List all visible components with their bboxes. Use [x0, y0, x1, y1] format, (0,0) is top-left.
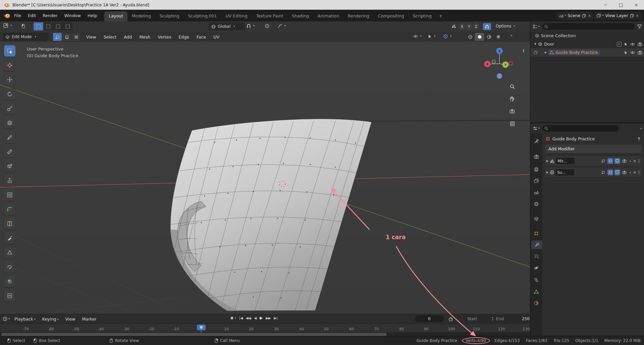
options-dropdown[interactable]: Options: [496, 24, 515, 28]
expand-open-icon[interactable]: ▼: [534, 43, 536, 46]
exclude-checkbox[interactable]: ✓: [617, 42, 622, 47]
close-button[interactable]: ×: [629, 0, 644, 10]
shading-options-dropdown[interactable]: [510, 34, 512, 38]
select-tweak-mode-button[interactable]: [63, 22, 72, 30]
editor-type-button[interactable]: [3, 23, 12, 28]
timeline-menu-playback[interactable]: Playback: [11, 316, 39, 323]
modifier-delete-button[interactable]: ×: [633, 170, 636, 175]
expand-closed-icon[interactable]: ▶: [545, 51, 547, 54]
timeline-menu-view[interactable]: View: [62, 316, 79, 323]
modifier-on-cage-toggle[interactable]: [600, 169, 606, 175]
menu-edge[interactable]: Edge: [175, 33, 193, 41]
current-frame-field[interactable]: 0: [415, 315, 444, 322]
selectable-arrow-icon[interactable]: [624, 42, 628, 46]
object-name-label[interactable]: Guide Body Practice: [555, 50, 598, 55]
view-layer-name[interactable]: View Layer: [605, 13, 628, 18]
timeline-menu-marker[interactable]: Marker: [79, 316, 100, 323]
sidebar-collapse-arrow[interactable]: ❮: [522, 49, 525, 52]
viewport-3d[interactable]: User Perspective (0) Guide Body Practice: [0, 42, 530, 314]
modifier-extras-dropdown[interactable]: [629, 159, 631, 163]
modifier-realtime-toggle[interactable]: [614, 158, 620, 164]
props-tab-modifiers[interactable]: [531, 240, 542, 249]
add-modifier-button[interactable]: Add Modifier: [545, 145, 642, 153]
new-view-layer-icon[interactable]: [630, 14, 634, 18]
hide-eye-icon[interactable]: [630, 43, 635, 46]
modifier-render-toggle[interactable]: [622, 169, 627, 175]
outliner-display-mode-button[interactable]: [533, 24, 540, 29]
render-camera-icon[interactable]: [638, 42, 642, 46]
remove-view-layer-icon[interactable]: ×: [636, 13, 639, 18]
menu-window[interactable]: Window: [61, 12, 84, 19]
workspace-tab-animation[interactable]: Animation: [313, 11, 343, 21]
next-keyframe-button[interactable]: ▶▶: [266, 316, 271, 320]
gizmo-y-negative[interactable]: [492, 60, 495, 63]
drag-grip-icon[interactable]: [638, 170, 640, 175]
props-tab-output[interactable]: [530, 165, 542, 174]
new-scene-icon[interactable]: [582, 14, 586, 18]
menu-file[interactable]: File: [11, 12, 24, 19]
timeline-scrollbar-thumb[interactable]: [1, 333, 387, 336]
expand-closed-icon[interactable]: ▶: [546, 159, 548, 162]
props-tab-view-layer[interactable]: [530, 177, 542, 185]
breadcrumb-object-name[interactable]: Guide Body Practice: [552, 136, 595, 141]
modifier-realtime-toggle[interactable]: [614, 169, 620, 175]
tweak-tool-icon[interactable]: [21, 24, 25, 28]
navigation-gizmo[interactable]: Z X Y: [483, 47, 516, 80]
face-select-button[interactable]: [72, 33, 80, 41]
timeline-menu-keying[interactable]: Keying: [39, 316, 62, 323]
menu-uv[interactable]: UV: [210, 33, 223, 41]
jump-to-start-button[interactable]: |◀: [239, 316, 243, 320]
proportional-editing-icon[interactable]: [265, 24, 269, 28]
modifier-extras-dropdown[interactable]: [629, 170, 631, 175]
tool-add-cube-button[interactable]: [4, 160, 15, 172]
tool-transform-button[interactable]: [4, 117, 15, 129]
active-object-pill[interactable]: Guide Body Practice: [548, 50, 600, 55]
mesh-symmetry-icon[interactable]: [451, 24, 456, 28]
menu-face[interactable]: Face: [193, 33, 210, 41]
proportional-falloff-icon[interactable]: [278, 24, 286, 28]
timeline-ruler[interactable]: -70 -60 -50 -40 -30 -20 -10 0 10 20 30 4…: [0, 324, 530, 333]
auto-keying-record-button[interactable]: [230, 316, 236, 320]
gizmos-dropdown[interactable]: [428, 34, 435, 39]
jump-to-end-button[interactable]: ▶|: [274, 316, 278, 320]
maximize-button[interactable]: □: [613, 0, 629, 10]
play-button[interactable]: ▶: [260, 316, 263, 320]
modifier-on-cage-toggle[interactable]: [600, 158, 606, 164]
unlink-scene-icon[interactable]: ×: [588, 13, 591, 18]
pan-button[interactable]: [507, 94, 517, 104]
properties-search-input[interactable]: [542, 125, 619, 132]
modifier-render-toggle[interactable]: [622, 158, 627, 164]
object-visibility-dropdown[interactable]: [413, 34, 422, 38]
props-tab-object[interactable]: [530, 229, 542, 238]
workspace-tab-modeling[interactable]: Modeling: [127, 11, 155, 21]
render-camera-icon[interactable]: [638, 51, 642, 55]
workspace-tab-uv-editing[interactable]: UV Editing: [221, 11, 252, 21]
tool-knife-button[interactable]: [4, 232, 15, 244]
shading-rendered-button[interactable]: [494, 33, 503, 41]
workspace-tab-rendering[interactable]: Rendering: [343, 11, 374, 21]
gizmo-x-negative[interactable]: [509, 62, 513, 65]
props-tab-scene[interactable]: [530, 188, 542, 197]
perspective-toggle-button[interactable]: [507, 119, 517, 129]
modifier-name-field[interactable]: Su...: [555, 169, 574, 176]
overlays-dropdown[interactable]: [443, 34, 451, 39]
tool-edge-slide-button[interactable]: [4, 290, 15, 301]
menu-help[interactable]: Help: [84, 12, 101, 19]
hide-eye-icon[interactable]: [630, 51, 635, 54]
menu-mesh[interactable]: Mesh: [136, 33, 154, 41]
outliner-row-guide-body-practice[interactable]: ▶ Guide Body Practice: [530, 48, 644, 57]
tool-rotate-button[interactable]: [4, 88, 15, 100]
outliner-search-input[interactable]: [542, 23, 635, 30]
modifier-edit-mode-toggle[interactable]: [607, 158, 613, 164]
drag-grip-icon[interactable]: [638, 159, 640, 163]
minimize-button[interactable]: ─: [598, 0, 613, 10]
tool-poly-build-button[interactable]: [4, 247, 15, 258]
view-layer-selector[interactable]: View Layer ×: [594, 12, 641, 20]
use-preview-range-button[interactable]: [448, 317, 453, 322]
props-tab-particles[interactable]: [530, 252, 542, 261]
snapping-toggle[interactable]: [483, 23, 491, 30]
menu-edit[interactable]: Edit: [24, 12, 39, 19]
workspace-tab-layout[interactable]: Layout: [104, 11, 127, 21]
menu-select[interactable]: Select: [100, 33, 120, 41]
modifier-panel-subdivision[interactable]: ▶ Su... ×: [544, 167, 642, 178]
